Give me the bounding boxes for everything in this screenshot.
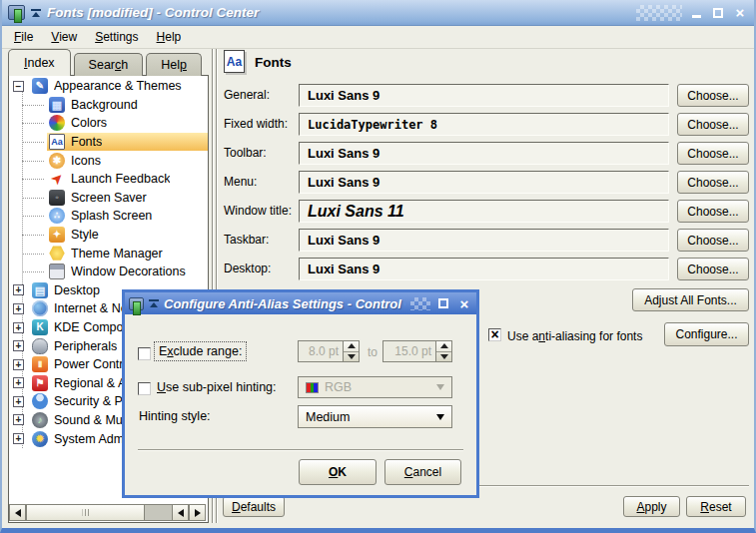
tree-item-label: Theme Manager <box>71 247 163 261</box>
choose-toolbar-button[interactable]: Choose... <box>677 142 749 165</box>
choose-fixed-width-button[interactable]: Choose... <box>677 113 749 136</box>
subpixel-type-combobox[interactable]: RGB <box>298 376 452 398</box>
tree-item-label: Splash Screen <box>71 209 152 223</box>
scrollbar-thumb[interactable] <box>26 504 145 521</box>
tab-index[interactable]: Index <box>8 49 71 76</box>
tree-item-icons[interactable]: Icons <box>9 151 208 170</box>
tree-item-fonts[interactable]: Fonts <box>9 133 208 152</box>
exclude-from-spinbox[interactable]: 8.0 pt <box>298 340 360 362</box>
expand-expander-icon[interactable] <box>13 414 24 425</box>
tree-item-screen-saver[interactable]: Screen Saver <box>9 189 208 208</box>
minimize-button[interactable] <box>688 5 704 21</box>
scroll-left-button-2[interactable] <box>172 504 189 521</box>
titlebar-pattern-decoration <box>410 297 430 310</box>
shade-icon[interactable] <box>31 9 41 17</box>
scroll-left-button[interactable] <box>9 504 26 521</box>
menu-file[interactable]: File <box>6 27 41 47</box>
security-privacy-icon <box>32 393 48 409</box>
tree-item-appearance-themes[interactable]: Appearance & Themes <box>9 77 208 96</box>
tree-item-label: Fonts <box>71 135 102 149</box>
toolbar-font-preview: Luxi Sans 9 <box>299 142 669 165</box>
tree-item-theme-manager[interactable]: Theme Manager <box>9 244 208 263</box>
taskbar-font-label: Taskbar: <box>224 233 269 247</box>
fixed-width-font-label: Fixed width: <box>224 117 288 131</box>
expand-expander-icon[interactable] <box>13 340 24 351</box>
defaults-button[interactable]: Defaults <box>223 496 285 517</box>
menu-view[interactable]: View <box>43 27 85 47</box>
desktop-font-label: Desktop: <box>224 262 271 275</box>
hinting-style-value: Medium <box>306 410 350 424</box>
choose-desktop-button[interactable]: Choose... <box>677 258 749 280</box>
exclude-range-checkbox[interactable] <box>138 347 151 360</box>
spin-up-button[interactable] <box>436 341 451 352</box>
use-antialiasing-label: Use anti-aliasing for fonts <box>507 329 642 343</box>
hinting-style-combobox[interactable]: Medium <box>298 405 452 428</box>
maximize-button[interactable] <box>710 5 726 21</box>
tree-item-splash-screen[interactable]: Splash Screen <box>9 207 208 226</box>
scrollbar-trough[interactable] <box>145 504 172 521</box>
tree-item-colors[interactable]: Colors <box>9 114 208 133</box>
arrow-left-icon <box>15 509 21 517</box>
tree-horizontal-scrollbar[interactable] <box>9 504 206 521</box>
spin-up-button[interactable] <box>344 341 359 352</box>
tab-help[interactable]: Help <box>146 53 202 76</box>
ok-button[interactable]: OK <box>299 459 377 485</box>
screen-saver-icon <box>49 190 65 206</box>
choose-window-title-button[interactable]: Choose... <box>677 200 749 223</box>
subpixel-hinting-checkbox[interactable] <box>138 382 151 395</box>
choose-menu-button[interactable]: Choose... <box>677 171 749 194</box>
arrow-left-icon <box>178 509 184 517</box>
tree-item-label: Window Decorations <box>71 265 186 278</box>
choose-taskbar-button[interactable]: Choose... <box>677 229 749 252</box>
general-font-label: General: <box>224 88 270 102</box>
menu-font-label: Menu: <box>224 175 257 189</box>
use-antialiasing-checkbox[interactable] <box>488 328 501 341</box>
tab-search[interactable]: Search <box>74 53 144 76</box>
expand-expander-icon[interactable] <box>13 303 24 314</box>
configure-antialias-button[interactable]: Configure... <box>664 322 749 346</box>
peripherals-icon <box>32 338 48 354</box>
tree-item-window-decorations[interactable]: Window Decorations <box>9 263 208 281</box>
taskbar-font-preview: Luxi Sans 9 <box>299 229 669 252</box>
exclude-to-spinbox[interactable]: 15.0 pt <box>382 340 452 362</box>
close-button[interactable]: × <box>732 5 748 21</box>
tree-item-style[interactable]: Style <box>9 226 208 245</box>
expand-expander-icon[interactable] <box>13 359 24 370</box>
dialog-titlebar[interactable]: Configure Anti-Alias Settings - Control … <box>125 292 476 314</box>
menu-help[interactable]: Help <box>149 27 190 47</box>
choose-general-button[interactable]: Choose... <box>677 84 749 107</box>
spin-down-button[interactable] <box>436 352 451 362</box>
tree-item-label: Desktop <box>54 283 100 297</box>
internet-network-icon <box>32 300 48 316</box>
control-center-window: Fonts [modified] - Control Center × File… <box>0 0 756 533</box>
expand-expander-icon[interactable] <box>13 284 24 295</box>
dialog-maximize-button[interactable] <box>435 295 451 311</box>
subpixel-type-value: RGB <box>325 380 352 394</box>
expand-expander-icon[interactable] <box>13 377 24 388</box>
tree-item-background[interactable]: Background <box>9 96 208 115</box>
reset-button[interactable]: Reset <box>686 496 746 517</box>
control-center-app-icon <box>8 5 25 20</box>
colors-icon <box>49 115 65 131</box>
spin-down-button[interactable] <box>344 352 359 362</box>
chevron-down-icon <box>436 414 444 420</box>
expand-expander-icon[interactable] <box>13 322 24 333</box>
expand-expander-icon[interactable] <box>13 433 24 444</box>
fonts-icon <box>49 134 65 150</box>
adjust-all-fonts-button[interactable]: Adjust All Fonts... <box>632 288 749 311</box>
fixed-width-font-preview: LucidaTypewriter 8 <box>299 113 669 136</box>
shade-icon[interactable] <box>149 299 159 307</box>
apply-button[interactable]: Apply <box>623 496 680 517</box>
arrow-down-icon <box>440 354 448 359</box>
icons-icon <box>49 153 65 169</box>
dialog-close-button[interactable]: × <box>456 295 472 311</box>
main-titlebar[interactable]: Fonts [modified] - Control Center × <box>2 0 754 26</box>
scroll-right-button[interactable] <box>189 504 206 521</box>
cancel-button[interactable]: Cancel <box>384 459 461 485</box>
menu-settings[interactable]: Settings <box>87 27 146 47</box>
tree-item-launch-feedback[interactable]: Launch Feedback <box>9 170 208 189</box>
collapse-expander-icon[interactable] <box>13 81 24 92</box>
expand-expander-icon[interactable] <box>13 396 24 407</box>
tree-item-label: Launch Feedback <box>71 172 170 186</box>
tree-item-label: Screen Saver <box>71 191 147 205</box>
